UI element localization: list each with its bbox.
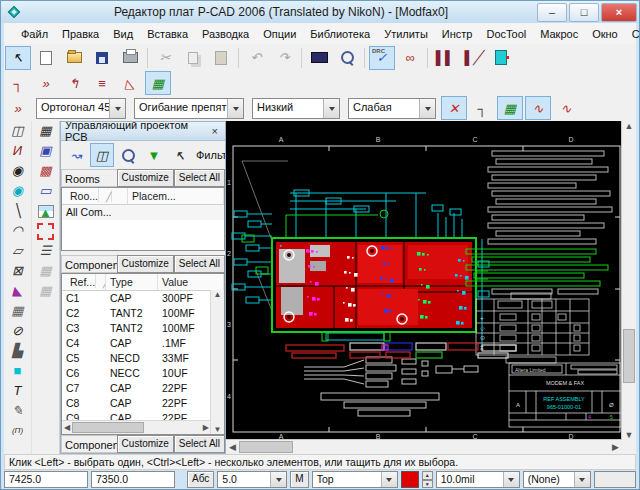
- autorouter[interactable]: ▦: [145, 71, 171, 95]
- save-file[interactable]: [89, 46, 115, 70]
- rooms-customize-button[interactable]: Customize: [117, 169, 174, 187]
- pad-array[interactable]: ▭: [34, 181, 58, 201]
- canvas-vertical-scrollbar[interactable]: ▲ ▼: [621, 121, 636, 440]
- obstacle-mode-select[interactable]: Огибание препят: [134, 98, 244, 119]
- components-customize-button[interactable]: Customize: [117, 255, 174, 273]
- place-keepout[interactable]: ⊘: [6, 321, 30, 341]
- picture-tool[interactable]: ▲: [34, 201, 58, 221]
- route-manual[interactable]: ┐: [5, 71, 31, 95]
- menu-item[interactable]: Правка: [55, 25, 106, 43]
- rooms-table-header[interactable]: Roo... ╱ Placem...: [62, 188, 224, 205]
- filter-funnel[interactable]: ▼: [142, 143, 166, 167]
- pcb-route-view[interactable]: ▦: [497, 96, 523, 120]
- menu-item[interactable]: Утилиты: [377, 25, 435, 43]
- menu-item[interactable]: Библиотека: [303, 25, 377, 43]
- components2-select-all-button[interactable]: Select All: [174, 435, 225, 453]
- select-tool[interactable]: ↖: [5, 46, 31, 70]
- menu-item[interactable]: Макрос: [533, 25, 585, 43]
- place-line[interactable]: ╲: [6, 201, 30, 221]
- select-mask-select[interactable]: (None): [523, 471, 591, 488]
- table-row[interactable]: C7 CAP 22PF: [62, 381, 211, 396]
- corner-route[interactable]: ┐: [469, 96, 495, 120]
- grid-select[interactable]: 5.0: [217, 471, 287, 488]
- place-room[interactable]: ▙: [6, 341, 30, 361]
- board-outline[interactable]: [34, 221, 58, 241]
- x-route[interactable]: ✕: [441, 96, 467, 120]
- pad-stacks[interactable]: ▌▌: [432, 46, 458, 70]
- line-width-select[interactable]: 10.0mil: [436, 471, 520, 488]
- table-row[interactable]: C1 CAP 300PF: [62, 291, 211, 306]
- layer-spinner[interactable]: ▲▼: [422, 471, 433, 488]
- new-document[interactable]: [33, 46, 59, 70]
- menu-item[interactable]: Опции: [256, 25, 303, 43]
- menu-item[interactable]: Окно: [585, 25, 625, 43]
- grid-table[interactable]: ▦: [34, 121, 58, 141]
- place-polygon-plane[interactable]: ■: [6, 361, 30, 381]
- net-check[interactable]: ∞: [397, 46, 423, 70]
- place-arc[interactable]: ◠: [6, 221, 30, 241]
- table-row[interactable]: C3 TANT2 100MF: [62, 321, 211, 336]
- paste[interactable]: [208, 46, 234, 70]
- place-port[interactable]: (П): [6, 421, 30, 441]
- table-tool-2[interactable]: ▦: [34, 281, 58, 301]
- x-coordinate-field[interactable]: 7425.0: [4, 471, 88, 488]
- components-horizontal-scrollbar[interactable]: ◀ ▶: [62, 420, 211, 434]
- strength-select[interactable]: Слабая: [348, 98, 436, 119]
- place-pad[interactable]: ◉: [6, 161, 30, 181]
- place-component[interactable]: ◫: [6, 121, 30, 141]
- menu-item[interactable]: Вставка: [140, 25, 195, 43]
- abs-mode-button[interactable]: Абс: [187, 471, 214, 488]
- copy[interactable]: [180, 46, 206, 70]
- pattern-editor[interactable]: ▩: [34, 161, 58, 181]
- bom-list[interactable]: ☰: [34, 241, 58, 261]
- panel-close-icon[interactable]: ×: [209, 125, 221, 137]
- y-coordinate-field[interactable]: 7350.0: [91, 471, 175, 488]
- drc-check[interactable]: DRC✓: [369, 46, 395, 70]
- menu-item[interactable]: Инстр: [435, 25, 480, 43]
- table-row[interactable]: C5 NECD 33MF: [62, 351, 211, 366]
- via-stacks[interactable]: ▌╱: [460, 46, 486, 70]
- route-miter[interactable]: ◺: [117, 71, 143, 95]
- table-tool-1[interactable]: ▦: [34, 261, 58, 281]
- components-table-header[interactable]: Ref... ╱ Type Value: [62, 274, 224, 291]
- components-select-all-button[interactable]: Select All: [174, 255, 225, 273]
- place-connection[interactable]: И: [6, 141, 30, 161]
- place-polygon[interactable]: ▱: [6, 241, 30, 261]
- orthogonal-mode-select[interactable]: Ортогонал 45°: [36, 98, 126, 119]
- route-multitrace[interactable]: ≡: [89, 71, 115, 95]
- place-via[interactable]: ◉: [6, 181, 30, 201]
- table-row[interactable]: C4 CAP .1MF: [62, 336, 211, 351]
- table-row[interactable]: C8 CAP 22PF: [62, 396, 211, 411]
- print[interactable]: [117, 46, 143, 70]
- rooms-select-all-button[interactable]: Select All: [174, 169, 225, 187]
- curve-route-b[interactable]: ∿: [553, 96, 579, 120]
- components2-customize-button[interactable]: Customize: [117, 435, 174, 453]
- menu-item[interactable]: Справка: [625, 25, 640, 43]
- menu-item[interactable]: DocTool: [479, 25, 533, 43]
- route-arc[interactable]: ↰: [61, 71, 87, 95]
- component-library[interactable]: ▣: [34, 141, 58, 161]
- place-copper-pour[interactable]: ◣: [6, 281, 30, 301]
- wire-tool[interactable]: ↝: [64, 143, 88, 167]
- zoom-window[interactable]: [334, 46, 360, 70]
- menu-item[interactable]: Разводка: [195, 25, 256, 43]
- components-vertical-scrollbar[interactable]: ▲▼: [210, 290, 224, 434]
- place-plane[interactable]: ▦: [6, 301, 30, 321]
- measure[interactable]: [306, 46, 332, 70]
- menu-item[interactable]: Вид: [106, 25, 140, 43]
- component-mode[interactable]: ◫: [90, 143, 114, 167]
- curve-route-a[interactable]: ∿: [525, 96, 551, 120]
- close-button[interactable]: ×: [601, 3, 637, 22]
- route-advanced[interactable]: »: [33, 71, 59, 95]
- place-text[interactable]: T: [6, 381, 30, 401]
- metric-toggle-button[interactable]: M: [290, 471, 308, 488]
- design-canvas[interactable]: A B C D A B C D 1 2 3 4 1 2 3 4: [226, 121, 636, 454]
- zoom-to-selection[interactable]: [116, 143, 140, 167]
- menu-item[interactable]: Файл: [14, 25, 55, 43]
- place-attribute[interactable]: ✎: [6, 401, 30, 421]
- table-row[interactable]: C2 TANT2 100MF: [62, 306, 211, 321]
- maximize-button[interactable]: □: [569, 3, 599, 22]
- canvas-horizontal-scrollbar[interactable]: ◀ ▶: [226, 439, 622, 454]
- cut[interactable]: ✂: [152, 46, 178, 70]
- undo[interactable]: ↶: [243, 46, 269, 70]
